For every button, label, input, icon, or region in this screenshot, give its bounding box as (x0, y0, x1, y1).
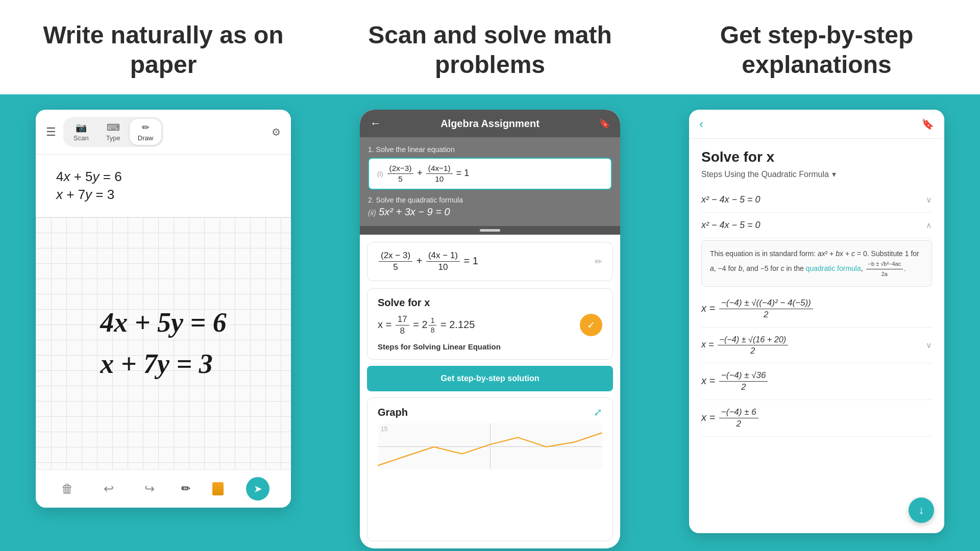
problem2-eq: (ii) 5x² + 3x − 9 = 0 (368, 206, 612, 218)
step-row-2-container: x² − 4x − 5 = 0 ∧ This equation is in st… (701, 213, 932, 287)
step-row-2[interactable]: x² − 4x − 5 = 0 ∧ (701, 213, 932, 238)
bookmark-icon[interactable]: 🔖 (921, 118, 934, 130)
steps-card: ‹ 🔖 Solve for x Steps Using the Quadrati… (689, 110, 944, 533)
col3-title: Get step-by-step explanations (674, 20, 960, 79)
typed-eq1: 4x + 5y = 6 (56, 169, 271, 185)
draw-pill[interactable]: ✏ Draw (130, 119, 161, 145)
toolbar: ☰ 📷 Scan ⌨ Type ✏ Draw (36, 110, 291, 155)
step-eq-2: x² − 4x − 5 = 0 (701, 220, 761, 231)
draw-label: Draw (138, 134, 153, 142)
problem2-label: 2. Solve the quadratic formula (368, 196, 612, 204)
expanded-explanation: This equation is in standard form: ax² +… (701, 240, 932, 287)
graph-title: Graph (378, 407, 408, 418)
problem1-eq: (2x−3) 5 + (4x−1) 10 = 1 (386, 164, 470, 184)
drag-pill (480, 229, 500, 232)
step-row-4[interactable]: x = −(−4) ± √(16 + 20)2 ∨ (701, 328, 932, 363)
graph-curve (378, 423, 602, 466)
scan-pill[interactable]: 📷 Scan (65, 119, 97, 145)
typed-equations: 4x + 5y = 6 x + 7y = 3 (36, 155, 291, 217)
step-eq-4: x = −(−4) ± √(16 + 20)2 (701, 335, 789, 356)
undo-button[interactable]: ↩ (100, 480, 118, 498)
back-button[interactable]: ← (370, 117, 381, 130)
toolbar-pills: 📷 Scan ⌨ Type ✏ Draw (63, 117, 163, 147)
scan-label: Scan (74, 134, 89, 142)
handwritten-eq2: x + 7y = 3 (100, 343, 227, 385)
phone-nav-bar: ← Algebra Assignment 🔖 (360, 110, 620, 137)
scan-icon: 📷 (76, 122, 87, 133)
graph-area: 15 (378, 423, 602, 469)
quadratic-formula-link[interactable]: quadratic formula (806, 264, 861, 272)
draw-icon: ✏ (142, 122, 150, 133)
col1-body: ☰ 📷 Scan ⌨ Type ✏ Draw (0, 94, 327, 551)
chevron-up-icon-2: ∧ (926, 220, 932, 230)
expand-icon[interactable]: ⤢ (594, 406, 602, 418)
pencil-icon: ✏ (181, 482, 190, 495)
send-button[interactable]: ➤ (246, 477, 270, 500)
column-write: Write naturally as on paper ☰ 📷 Scan ⌨ T… (0, 0, 327, 551)
solve-result-row: x = 178 = 218 = 2.125 ✓ (378, 314, 602, 336)
problem1-label: 1. Solve the linear equation (368, 145, 612, 154)
write-card: ☰ 📷 Scan ⌨ Type ✏ Draw (36, 110, 291, 508)
step-eq-6: x = −(−4) ± 62 (701, 400, 932, 437)
results-area: (2x − 3) 5 + (4x − 1) 10 = 1 ✏ Solve for… (360, 235, 620, 548)
result-equation: (2x − 3) 5 + (4x − 1) 10 = 1 (378, 251, 478, 272)
handwritten-eq1: 4x + 5y = 6 (100, 302, 227, 343)
steps-using-label: Steps Using the Quadratic Formula (701, 170, 829, 179)
col3-header: Get step-by-step explanations (653, 0, 980, 94)
step-row-1[interactable]: x² − 4x − 5 = 0 ∨ (701, 187, 932, 213)
step-eq-5: x = −(−4) ± √362 (701, 363, 932, 400)
col1-header: Write naturally as on paper (0, 0, 327, 94)
col2-header: Scan and solve math problems (327, 0, 653, 94)
drag-indicator (360, 226, 620, 235)
step-eq-1: x² − 4x − 5 = 0 (701, 194, 761, 205)
steps-nav: ‹ 🔖 (689, 110, 944, 139)
menu-icon: ☰ (46, 126, 56, 139)
col1-title: Write naturally as on paper (20, 20, 306, 79)
typed-eq2: x + 7y = 3 (56, 187, 271, 203)
column-scan: Scan and solve math problems ← Algebra A… (327, 0, 653, 551)
toolbar-left: ☰ 📷 Scan ⌨ Type ✏ Draw (46, 117, 163, 147)
graph-card: Graph ⤢ 15 (367, 397, 613, 541)
solve-card-title: Solve for x (378, 297, 602, 309)
type-pill[interactable]: ⌨ Type (98, 119, 129, 145)
trash-button[interactable]: 🗑 (57, 480, 78, 498)
steps-dropdown[interactable]: Steps Using the Quadratic Formula ▾ (701, 169, 932, 179)
steps-link[interactable]: Steps for Solving Linear Equation (378, 342, 602, 351)
edit-icon: ✏ (595, 256, 602, 267)
settings-button[interactable]: ⚙ (272, 126, 281, 138)
handwritten-equations: 4x + 5y = 6 x + 7y = 3 (90, 297, 237, 390)
scan-area: 1. Solve the linear equation (i) (2x−3) … (360, 137, 620, 226)
column-steps: Get step-by-step explanations ‹ 🔖 Solve … (653, 0, 980, 551)
solve-for-title: Solve for x (701, 149, 932, 165)
dropdown-arrow-icon: ▾ (832, 169, 836, 179)
col3-body: ‹ 🔖 Solve for x Steps Using the Quadrati… (653, 94, 980, 551)
scroll-down-button[interactable]: ↓ (909, 497, 934, 523)
check-icon: ✓ (580, 314, 602, 336)
solve-equation: x = 178 = 218 = 2.125 (378, 314, 475, 336)
canvas-area[interactable]: 4x + 5y = 6 x + 7y = 3 (36, 217, 291, 469)
step-solution-button[interactable]: Get step-by-step solution (367, 366, 613, 391)
chevron-down-icon-1: ∨ (926, 195, 932, 205)
bottom-toolbar: 🗑 ↩ ↪ ✏ ➤ (36, 469, 291, 508)
back-icon[interactable]: ‹ (699, 117, 703, 131)
graph-header: Graph ⤢ (378, 406, 602, 418)
problem1-equation: (i) (2x−3) 5 + (4x−1) 10 = 1 (368, 158, 612, 190)
type-icon: ⌨ (107, 122, 120, 133)
step-eq-3: x = −(−4) ± √((−4)² − 4(−5))2 (701, 291, 932, 328)
col2-title: Scan and solve math problems (347, 20, 633, 79)
col2-body: ← Algebra Assignment 🔖 1. Solve the line… (327, 94, 653, 551)
eraser-icon (212, 482, 224, 495)
phone-title: Algebra Assignment (381, 118, 599, 130)
solve-card: Solve for x x = 178 = 218 = 2.125 ✓ Step… (367, 288, 613, 360)
result-equation-card: (2x − 3) 5 + (4x − 1) 10 = 1 ✏ (367, 242, 613, 281)
chevron-down-icon-4: ∨ (926, 340, 932, 350)
type-label: Type (106, 134, 120, 142)
bookmark-button[interactable]: 🔖 (599, 118, 610, 129)
scan-card: ← Algebra Assignment 🔖 1. Solve the line… (360, 110, 620, 548)
steps-content: Solve for x Steps Using the Quadratic Fo… (689, 139, 944, 533)
redo-button[interactable]: ↪ (140, 480, 159, 498)
problem1-num: (i) (377, 170, 383, 178)
